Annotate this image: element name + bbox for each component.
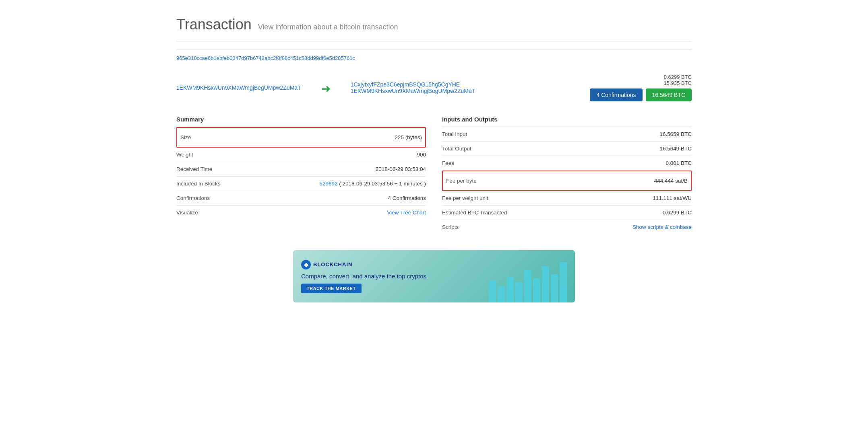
page-title: Transaction [176,16,252,33]
tx-amounts: 0.6299 BTC 15.935 BTC 4 Confirmations 16… [590,74,692,101]
estimated-btc-value: 0.6299 BTC [663,210,692,216]
summary-title: Summary [176,112,426,127]
io-row-total-output: Total Output 16.5649 BTC [442,142,692,156]
show-scripts-link[interactable]: Show scripts & coinbase [632,224,692,230]
size-value: 225 (bytes) [391,132,425,143]
estimated-btc-label: Estimated BTC Transacted [442,210,515,216]
banner-cta-button[interactable]: TRACK THE MARKET [301,284,362,293]
io-row-total-input: Total Input 16.5659 BTC [442,127,692,142]
blockchain-banner[interactable]: ◆ BLOCKCHAIN Compare, convert, and analy… [293,250,575,302]
tx-hash-bar: 965e310ccae6b1ebfeb0347d97b6742abc2f0f88… [176,49,692,66]
fees-label: Fees [442,160,515,166]
banner-chart [489,262,567,302]
received-time-label: Received Time [176,166,249,172]
banner-tagline: Compare, convert, and analyze the top cr… [301,273,426,280]
summary-row-included-blocks: Included In Blocks 529692 ( 2018-06-29 0… [176,177,426,191]
io-row-fees: Fees 0.001 BTC [442,156,692,171]
main-content: Summary Size 225 (bytes) Weight 900 Rece… [176,112,692,234]
tx-from-address[interactable]: 1EKWM9KHsxwUn9XMaWmgjBegUMpw2ZuMaT [176,84,301,91]
summary-row-weight: Weight 900 [176,148,426,162]
confirmations-value: 4 Confirmations [388,195,426,201]
io-row-fee-per-weight: Fee per weight unit 111.111 sat/WU [442,191,692,206]
io-row-scripts: Scripts Show scripts & coinbase [442,220,692,234]
total-output-label: Total Output [442,146,515,152]
io-row-estimated-btc: Estimated BTC Transacted 0.6299 BTC [442,206,692,220]
total-btc-badge: 16.5649 BTC [646,88,692,101]
blockchain-logo-icon: ◆ [301,260,311,269]
tx-to-addresses: 1CxjytxyfFZpe3C6epjmBSQG15hg5CgYHE 1EKWM… [351,81,582,94]
weight-label: Weight [176,152,249,158]
fee-per-weight-label: Fee per weight unit [442,195,515,201]
summary-row-confirmations: Confirmations 4 Confirmations [176,191,426,206]
block-number-link[interactable]: 529692 [319,181,337,187]
tx-to-address-1[interactable]: 1CxjytxyfFZpe3C6epjmBSQG15hg5CgYHE [351,81,582,88]
fee-per-byte-value: 444.444 sat/B [651,175,691,186]
confirmations-badge: 4 Confirmations [590,88,642,101]
tx-hash-link[interactable]: 965e310ccae6b1ebfeb0347d97b6742abc2f0f88… [176,55,355,61]
tx-arrow-icon: ➜ [321,82,331,95]
summary-panel: Summary Size 225 (bytes) Weight 900 Rece… [176,112,426,234]
fee-per-weight-value: 111.111 sat/WU [653,195,692,201]
tx-flow: 1EKWM9KHsxwUn9XMaWmgjBegUMpw2ZuMaT ➜ 1Cx… [176,74,692,101]
fees-value: 0.001 BTC [665,160,692,166]
tx-amount-2: 15.935 BTC [590,80,692,86]
size-label: Size [177,132,250,143]
block-extra-info: ( 2018-06-29 03:53:56 + 1 minutes ) [339,181,426,187]
received-time-value: 2018-06-29 03:53:04 [376,166,426,172]
tx-amount-1: 0.6299 BTC [590,74,692,80]
weight-value: 900 [417,152,426,158]
total-output-value: 16.5649 BTC [659,146,692,152]
summary-row-visualize: Visualize View Tree Chart [176,206,426,220]
tx-from-section: 1EKWM9KHsxwUn9XMaWmgjBegUMpw2ZuMaT [176,84,301,91]
banner-content: ◆ BLOCKCHAIN Compare, convert, and analy… [301,260,426,293]
included-blocks-value: 529692 ( 2018-06-29 03:53:56 + 1 minutes… [319,181,426,187]
view-tree-chart-link[interactable]: View Tree Chart [387,210,426,216]
tx-to-address-2[interactable]: 1EKWM9KHsxwUn9XMaWmgjBegUMpw2ZuMaT [351,88,582,94]
io-row-fee-per-byte: Fee per byte 444.444 sat/B [442,171,692,191]
total-input-value: 16.5659 BTC [659,131,692,137]
total-input-label: Total Input [442,131,515,137]
summary-row-received-time: Received Time 2018-06-29 03:53:04 [176,162,426,177]
scripts-label: Scripts [442,224,515,230]
inputs-outputs-title: Inputs and Outputs [442,112,692,127]
blockchain-logo-text: BLOCKCHAIN [313,261,352,267]
page-title-area: Transaction View information about a bit… [176,16,692,33]
banner-area: ◆ BLOCKCHAIN Compare, convert, and analy… [176,250,692,302]
summary-row-size: Size 225 (bytes) [176,127,426,148]
visualize-label: Visualize [176,210,249,216]
tx-badges: 4 Confirmations 16.5649 BTC [590,88,692,101]
page-subtitle: View information about a bitcoin transac… [258,23,398,31]
inputs-outputs-panel: Inputs and Outputs Total Input 16.5659 B… [442,112,692,234]
banner-logo: ◆ BLOCKCHAIN [301,260,426,269]
included-blocks-label: Included In Blocks [176,181,249,187]
fee-per-byte-label: Fee per byte [443,175,515,186]
confirmations-label: Confirmations [176,195,249,201]
